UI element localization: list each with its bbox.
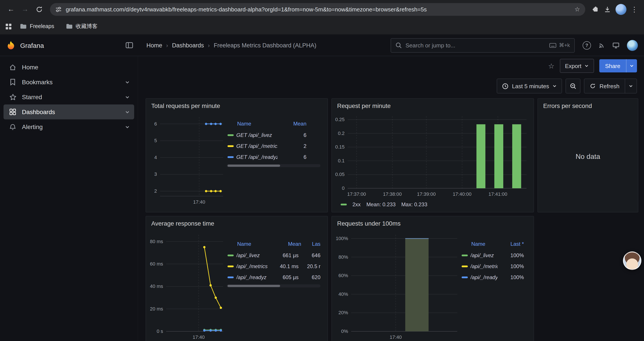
legend-row[interactable]: /api/_livez 100%	[461, 250, 524, 261]
browser-actions: ⋮	[590, 4, 640, 15]
bookmark-star-icon[interactable]: ☆	[574, 6, 580, 13]
user-avatar[interactable]	[627, 40, 638, 51]
legend-table: Name Mean Las	[227, 240, 323, 341]
share-menu-button[interactable]	[626, 59, 637, 72]
panel-title[interactable]: Requests under 100ms	[332, 216, 534, 227]
panel-request-per-minute: Request per minute 00.050.10.150.20.2517…	[332, 98, 534, 212]
svg-text:100%: 100%	[336, 236, 348, 241]
sidebar-item[interactable]: Dashboards	[4, 104, 134, 119]
assistant-avatar[interactable]	[623, 251, 641, 270]
sidebar-item[interactable]: Alerting	[4, 119, 134, 134]
scrollbar-thumb[interactable]	[228, 165, 280, 167]
extensions-icon[interactable]	[592, 5, 599, 13]
reload-button[interactable]	[32, 3, 46, 16]
legend-col-last[interactable]: Last *	[500, 241, 524, 247]
legend-row[interactable]: GET /api/_/metrics 2	[227, 140, 320, 151]
star-icon	[9, 94, 17, 101]
dock-menu-button[interactable]	[126, 42, 133, 49]
svg-text:6: 6	[154, 121, 157, 127]
series-last-value: 100%	[500, 263, 524, 269]
share-button[interactable]: Share	[600, 59, 626, 72]
back-button[interactable]: ←	[4, 3, 18, 16]
legend-row[interactable]: /api/_/metrics 100%	[461, 261, 524, 272]
sidebar-item-label: Home	[22, 64, 38, 71]
series-color-swatch	[228, 265, 234, 267]
panel-title[interactable]: Total requests per minute	[146, 99, 328, 109]
series-name[interactable]: 2xx	[352, 201, 360, 208]
series-name: /api/_/readyz	[470, 274, 498, 280]
monitor-icon[interactable]	[612, 42, 620, 49]
legend-col-mean[interactable]: Mean	[280, 121, 306, 127]
chevron-down-icon	[552, 84, 557, 88]
sidebar-item[interactable]: Starred	[4, 90, 134, 104]
legend-col-name[interactable]: Name	[237, 121, 280, 127]
chevron-down-icon[interactable]	[125, 80, 130, 85]
sidebar-item-label: Alerting	[22, 123, 43, 130]
browser-toolbar: ← → grafana.mathmast.com/d/deytv4rwavabk…	[0, 0, 644, 19]
legend-row[interactable]: /api/_/readyz 100%	[461, 272, 524, 283]
legend-rows: /api/_livez 661 µs 646 /api/_/metric	[227, 250, 320, 283]
legend-row[interactable]: GET /api/_livez 6	[227, 129, 320, 140]
panel-title[interactable]: Average response time	[146, 216, 328, 227]
zoom-out-button[interactable]	[566, 79, 581, 94]
series-color-swatch	[228, 276, 234, 278]
folder-icon	[66, 23, 72, 30]
bookmark-folder[interactable]: 收藏博客	[62, 21, 101, 31]
series-color-swatch	[228, 254, 234, 256]
legend-col-name[interactable]: Name	[237, 241, 273, 247]
chevron-down-icon[interactable]	[125, 110, 130, 114]
breadcrumb-label[interactable]: Freeleaps Metrics Dashboard (ALPHA)	[214, 42, 316, 49]
legend-scrollbar[interactable]	[227, 284, 320, 287]
home-icon	[9, 63, 17, 71]
legend-col-last[interactable]: Las	[301, 241, 320, 247]
series-mean-stat: Mean: 0.233	[366, 201, 396, 208]
series-color-swatch	[228, 134, 234, 136]
news-rss-icon[interactable]	[598, 42, 605, 49]
breadcrumb-item[interactable]: › Freeleaps Metrics Dashboard (ALPHA)	[208, 42, 316, 49]
panel-requests-under-100ms: Requests under 100ms 0%20%40%60%80%100%1…	[332, 216, 534, 341]
panel-title[interactable]: Errors per second	[538, 99, 638, 109]
breadcrumb-label[interactable]: Dashboards	[172, 42, 204, 49]
scrollbar-thumb[interactable]	[228, 285, 280, 287]
bookmarks-bar: Freeleaps 收藏博客	[0, 19, 644, 35]
breadcrumb-item[interactable]: › Dashboards	[166, 42, 204, 49]
svg-text:80 ms: 80 ms	[150, 239, 163, 244]
legend-col-name[interactable]: Name	[471, 241, 500, 247]
sidebar-item[interactable]: Home	[4, 60, 134, 75]
svg-text:3: 3	[154, 171, 157, 177]
profile-avatar[interactable]	[616, 4, 626, 15]
favorite-star-icon[interactable]: ☆	[548, 62, 554, 70]
browser-menu-icon[interactable]: ⋮	[631, 5, 638, 14]
breadcrumb-label[interactable]: Home	[146, 42, 162, 49]
search-input[interactable]: Search or jump to... ⌘+k	[390, 38, 575, 53]
svg-text:20%: 20%	[338, 310, 348, 315]
legend-row[interactable]: /api/_livez 661 µs 646	[227, 250, 320, 261]
chevron-down-icon[interactable]	[125, 124, 130, 129]
site-settings-icon[interactable]	[55, 6, 62, 13]
time-range-picker[interactable]: Last 5 minutes	[497, 79, 562, 94]
legend-row[interactable]: /api/_/readyz 605 µs 620	[227, 272, 320, 283]
grafana-logo[interactable]	[6, 40, 16, 50]
panel-title[interactable]: Request per minute	[332, 99, 534, 109]
refresh-icon	[590, 83, 596, 89]
legend-table: Name Last * /api/_livez	[461, 240, 529, 341]
refresh-button[interactable]: Refresh	[584, 79, 625, 93]
legend-row[interactable]: /api/_/metrics 40.1 ms 20.5 r	[227, 261, 320, 272]
forward-button[interactable]: →	[18, 3, 32, 16]
chevron-down-icon[interactable]	[125, 95, 130, 99]
help-icon[interactable]: ?	[582, 41, 591, 49]
legend-scrollbar[interactable]	[227, 164, 320, 167]
url-bar[interactable]: grafana.mathmast.com/d/deytv4rwavabkb/fr…	[50, 3, 585, 16]
legend-col-mean[interactable]: Mean	[273, 241, 301, 247]
apps-grid-icon[interactable]	[5, 23, 12, 30]
url-text[interactable]: grafana.mathmast.com/d/deytv4rwavabkb/fr…	[66, 6, 570, 13]
breadcrumb-item[interactable]: › Home	[146, 42, 162, 49]
legend-row[interactable]: GET /api/_/readyz 6	[227, 151, 320, 162]
refresh-interval-button[interactable]	[625, 79, 636, 93]
bookmark-folder[interactable]: Freeleaps	[16, 22, 58, 31]
series-mean-value: 6	[280, 154, 306, 160]
download-icon[interactable]	[604, 6, 611, 13]
sidebar-item[interactable]: Bookmarks	[4, 75, 134, 90]
export-button[interactable]: Export	[560, 59, 594, 73]
series-name: GET /api/_/metrics	[236, 143, 278, 149]
